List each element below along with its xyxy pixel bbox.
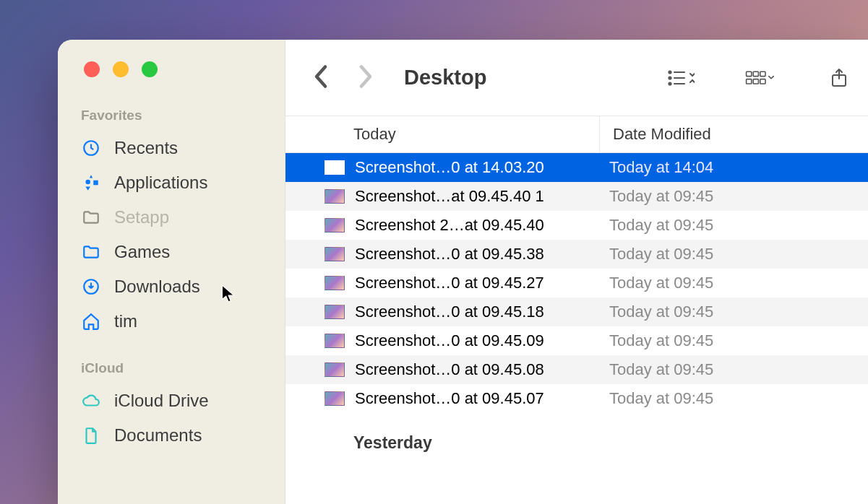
clock-icon xyxy=(81,138,101,158)
file-row[interactable]: Screenshot…0 at 09.45.09Today at 09:45 xyxy=(285,326,868,355)
sidebar-item-games[interactable]: Games xyxy=(58,235,285,269)
file-row[interactable]: Screenshot…0 at 09.45.07Today at 09:45 xyxy=(285,384,868,413)
svg-point-6 xyxy=(669,82,671,84)
view-mode-button[interactable] xyxy=(666,67,695,89)
sidebar-item-label: Recents xyxy=(114,138,178,158)
folder-icon xyxy=(81,242,101,262)
sidebar-item-icloud-drive[interactable]: iCloud Drive xyxy=(58,383,285,418)
sidebar-section-label: Favorites xyxy=(58,108,285,131)
sidebar-item-home[interactable]: tim xyxy=(58,304,285,339)
file-date-modified: Today at 09:45 xyxy=(596,274,868,292)
file-date-modified: Today at 14:04 xyxy=(596,158,868,177)
location-title: Desktop xyxy=(404,66,486,90)
file-thumbnail-icon xyxy=(325,160,345,175)
file-row[interactable]: Screenshot 2…at 09.45.40Today at 09:45 xyxy=(285,211,868,240)
download-icon xyxy=(81,277,101,297)
file-date-modified: Today at 09:45 xyxy=(596,360,868,379)
sidebar-item-label: iCloud Drive xyxy=(114,391,209,411)
svg-rect-8 xyxy=(747,71,752,76)
close-window-button[interactable] xyxy=(84,61,100,77)
file-name: Screenshot…0 at 09.45.07 xyxy=(355,389,596,408)
share-button[interactable] xyxy=(825,67,854,89)
cloud-icon xyxy=(81,391,101,411)
file-name: Screenshot…at 09.45.40 1 xyxy=(355,187,596,206)
file-thumbnail-icon xyxy=(325,247,345,261)
column-header-name[interactable]: Today xyxy=(285,125,599,144)
group-by-button[interactable] xyxy=(745,67,774,89)
sidebar-section-favorites: Favorites Recents Applications Setapp xyxy=(58,108,285,339)
zoom-window-button[interactable] xyxy=(142,61,158,77)
back-button[interactable] xyxy=(311,64,330,92)
file-row[interactable]: Screenshot…0 at 09.45.27Today at 09:45 xyxy=(285,269,868,297)
svg-rect-9 xyxy=(753,71,758,76)
file-row[interactable]: Screenshot…0 at 14.03.20Today at 14:04 xyxy=(285,153,868,182)
sidebar-item-label: Downloads xyxy=(114,277,200,297)
svg-rect-10 xyxy=(760,71,765,76)
file-date-modified: Today at 09:45 xyxy=(596,245,868,264)
sidebar-item-recents[interactable]: Recents xyxy=(58,131,285,165)
svg-rect-12 xyxy=(753,79,758,83)
file-thumbnail-icon xyxy=(325,276,345,290)
file-thumbnail-icon xyxy=(325,189,345,204)
sidebar-item-setapp[interactable]: Setapp xyxy=(58,200,285,235)
main-area: Desktop xyxy=(285,40,868,504)
sidebar-item-label: tim xyxy=(114,311,137,331)
file-row[interactable]: Screenshot…0 at 09.45.08Today at 09:45 xyxy=(285,355,868,384)
file-date-modified: Today at 09:45 xyxy=(596,303,868,321)
file-date-modified: Today at 09:45 xyxy=(596,187,868,206)
window-controls xyxy=(58,61,285,77)
sidebar-item-downloads[interactable]: Downloads xyxy=(58,269,285,304)
svg-rect-11 xyxy=(747,79,752,83)
file-thumbnail-icon xyxy=(325,362,345,377)
file-name: Screenshot…0 at 09.45.08 xyxy=(355,360,596,379)
file-date-modified: Today at 09:45 xyxy=(596,389,868,408)
file-list: Screenshot…0 at 14.03.20Today at 14:04Sc… xyxy=(285,153,868,504)
minimize-window-button[interactable] xyxy=(113,61,129,77)
toolbar: Desktop xyxy=(285,40,868,116)
folder-icon xyxy=(81,207,101,227)
file-thumbnail-icon xyxy=(325,391,345,406)
svg-point-2 xyxy=(669,71,671,73)
sidebar-item-documents[interactable]: Documents xyxy=(58,418,285,453)
file-name: Screenshot 2…at 09.45.40 xyxy=(355,216,596,235)
file-name: Screenshot…0 at 09.45.09 xyxy=(355,331,596,350)
nav-arrows xyxy=(311,64,375,92)
file-row[interactable]: Screenshot…0 at 09.45.18Today at 09:45 xyxy=(285,297,868,326)
forward-button[interactable] xyxy=(356,64,375,92)
file-name: Screenshot…0 at 09.45.27 xyxy=(355,274,596,292)
sidebar-item-applications[interactable]: Applications xyxy=(58,165,285,200)
svg-rect-13 xyxy=(760,79,765,83)
column-header-date[interactable]: Date Modified xyxy=(599,116,868,152)
column-headers: Today Date Modified xyxy=(285,116,868,153)
sidebar-item-label: Applications xyxy=(114,173,207,193)
file-date-modified: Today at 09:45 xyxy=(596,331,868,350)
file-row[interactable]: Screenshot…at 09.45.40 1Today at 09:45 xyxy=(285,182,868,211)
apps-icon xyxy=(81,173,101,193)
sidebar-item-label: Setapp xyxy=(114,207,169,227)
sidebar-section-icloud: iCloud iCloud Drive Documents xyxy=(58,360,285,453)
file-thumbnail-icon xyxy=(325,305,345,319)
file-thumbnail-icon xyxy=(325,334,345,348)
file-name: Screenshot…0 at 09.45.38 xyxy=(355,245,596,264)
group-label: Yesterday xyxy=(285,413,868,461)
finder-window: Favorites Recents Applications Setapp xyxy=(58,40,868,504)
home-icon xyxy=(81,311,101,331)
svg-point-4 xyxy=(669,77,671,79)
file-name: Screenshot…0 at 14.03.20 xyxy=(355,158,596,177)
doc-icon xyxy=(81,425,101,446)
sidebar-item-label: Documents xyxy=(114,425,202,446)
sidebar: Favorites Recents Applications Setapp xyxy=(58,40,285,504)
sidebar-item-label: Games xyxy=(114,242,170,262)
file-name: Screenshot…0 at 09.45.18 xyxy=(355,303,596,321)
file-row[interactable]: Screenshot…0 at 09.45.38Today at 09:45 xyxy=(285,240,868,269)
sidebar-section-label: iCloud xyxy=(58,360,285,383)
file-thumbnail-icon xyxy=(325,218,345,233)
file-date-modified: Today at 09:45 xyxy=(596,216,868,235)
